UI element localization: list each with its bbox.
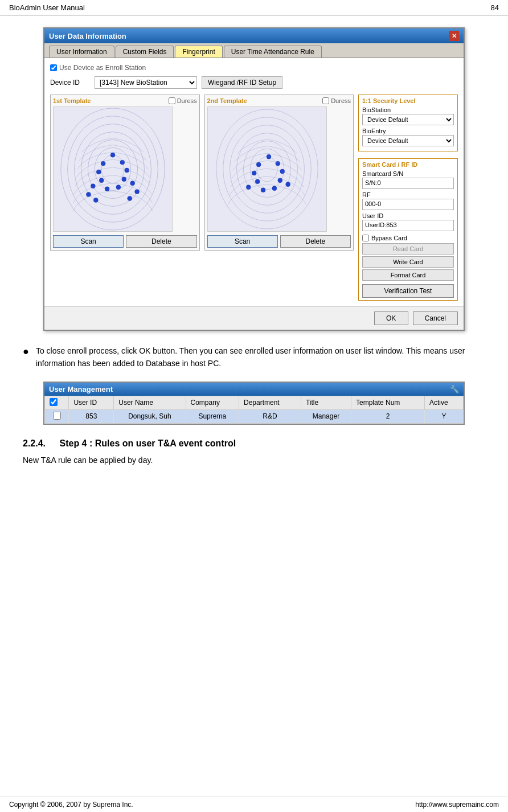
user-management-title: User Management [49,385,113,393]
smartcard-title: Smart Card / RF ID [362,161,454,168]
svg-point-21 [93,198,98,203]
user-management-icon: 🔧 [450,385,459,393]
svg-point-18 [130,181,135,186]
template-1-duress: Duress [169,97,197,104]
bypass-row: Bypass Card [362,235,454,241]
user-management-container: User Management 🔧 User ID User Name Comp… [43,382,465,425]
enroll-station-label[interactable]: Use Device as Enroll Station [50,64,146,72]
dialog-title: User Data Information [49,32,126,40]
panels-area: 1st Template Duress [50,95,458,301]
row-company: Suprema [186,409,239,423]
format-card-button[interactable]: Format Card [362,269,454,281]
bioentry-row: BioEntry Device Default [362,128,454,146]
tab-time-attendance[interactable]: User Time Attendance Rule [224,46,322,58]
svg-point-14 [122,177,126,182]
section-heading: 2.2.4. Step 4 : Rules on user T&A event … [23,438,485,449]
user-data-dialog: User Data Information ✕ User Information… [43,27,465,331]
col-user-name: User Name [114,396,186,409]
rf-value: 000-0 [362,199,454,210]
svg-point-8 [110,153,115,157]
device-id-select[interactable]: [3143] New BioStation [95,76,197,89]
template-2-canvas [207,106,327,232]
template-1-duress-checkbox[interactable] [169,97,175,104]
copyright-text: Copyright © 2006, 2007 by Suprema Inc. [9,801,133,809]
tab-custom-fields[interactable]: Custom Fields [116,46,174,58]
template-2-header: 2nd Template Duress [207,97,351,104]
rf-label: RF [362,191,454,198]
page-number: 84 [491,3,499,12]
tab-user-information[interactable]: User Information [49,46,114,58]
svg-point-39 [272,186,276,191]
ok-button[interactable]: OK [374,311,408,325]
row-title: Manager [301,409,351,423]
cancel-button[interactable]: Cancel [413,311,458,325]
template-2-duress: Duress [322,97,351,104]
template-2-panel: 2nd Template Duress [204,95,354,251]
row-user-id: 853 [69,409,114,423]
enroll-station-checkbox[interactable] [50,64,57,71]
col-department: Department [239,396,301,409]
svg-point-16 [116,185,121,190]
template-2-buttons: Scan Delete [207,235,351,248]
svg-point-35 [280,169,284,174]
write-card-button[interactable]: Write Card [362,256,454,268]
bioentry-select[interactable]: Device Default [362,135,454,146]
wiegand-setup-button[interactable]: Wiegand /RF ID Setup [202,76,282,89]
tab-fingerprint[interactable]: Fingerprint [175,46,222,58]
template-2-scan-button[interactable]: Scan [207,235,278,248]
bullet-section: ● To close enroll process, click OK butt… [23,345,485,370]
header-checkbox[interactable] [50,398,58,406]
device-id-row: Device ID [3143] New BioStation Wiegand … [50,76,458,89]
col-title: Title [301,396,351,409]
security-title: 1:1 Security Level [362,97,454,104]
smartcard-sn-label: Smartcard S/N [362,170,454,177]
userid-value: UserID:853 [362,220,454,231]
dialog-body: Use Device as Enroll Station Device ID [… [44,58,464,306]
svg-rect-23 [208,107,326,231]
device-id-label: Device ID [50,79,90,87]
template-2-duress-checkbox[interactable] [322,97,329,104]
template-1-scan-button[interactable]: Scan [53,235,124,248]
page-header: BioAdmin User Manual 84 [0,0,508,16]
svg-point-20 [135,190,140,194]
bypass-label: Bypass Card [371,235,407,241]
template-1-header: 1st Template Duress [53,97,197,104]
bypass-card-checkbox[interactable] [362,235,369,241]
user-management-table: User ID User Name Company Department Tit… [44,396,464,424]
biostation-select[interactable]: Device Default [362,114,454,125]
manual-title: BioAdmin User Manual [9,3,85,12]
biostation-label: BioStation [362,106,454,113]
template-row: 1st Template Duress [50,95,354,251]
security-section: 1:1 Security Level BioStation Device Def… [358,95,458,151]
svg-point-9 [101,161,105,166]
enroll-station-row: Use Device as Enroll Station [50,64,458,72]
template-2-title: 2nd Template [207,97,247,104]
svg-point-41 [285,182,290,187]
col-check [45,396,69,409]
userid-label: User ID [362,212,454,219]
section-2-2-4: 2.2.4. Step 4 : Rules on user T&A event … [23,438,485,467]
dialog-close-button[interactable]: ✕ [449,31,459,41]
verification-test-button[interactable]: Verification Test [362,284,454,298]
col-company: Company [186,396,239,409]
website-url: http://www.supremainc.com [415,801,499,809]
template-1-delete-button[interactable]: Delete [126,235,196,248]
template-2-delete-button[interactable]: Delete [280,235,351,248]
svg-rect-0 [54,107,172,231]
smartcard-sn-value: S/N:0 [362,178,454,189]
template-1-buttons: Scan Delete [53,235,197,248]
user-management-titlebar: User Management 🔧 [44,383,464,396]
svg-point-32 [256,162,261,167]
read-card-button[interactable]: Read Card [362,243,454,255]
svg-point-33 [275,161,280,166]
row-checkbox[interactable] [53,412,61,420]
table-header-row: User ID User Name Company Department Tit… [45,396,464,409]
template-1-title: 1st Template [53,97,91,104]
dialog-titlebar: User Data Information ✕ [44,28,464,43]
row-department: R&D [239,409,301,423]
page-content: User Data Information ✕ User Information… [0,16,508,479]
smartcard-section: Smart Card / RF ID Smartcard S/N S/N:0 R… [358,158,458,301]
row-active: Y [425,409,464,423]
dialog-tabs: User Information Custom Fields Fingerpri… [44,43,464,58]
table-row[interactable]: 853 Dongsuk, Suh Suprema R&D Manager 2 Y [45,409,464,423]
